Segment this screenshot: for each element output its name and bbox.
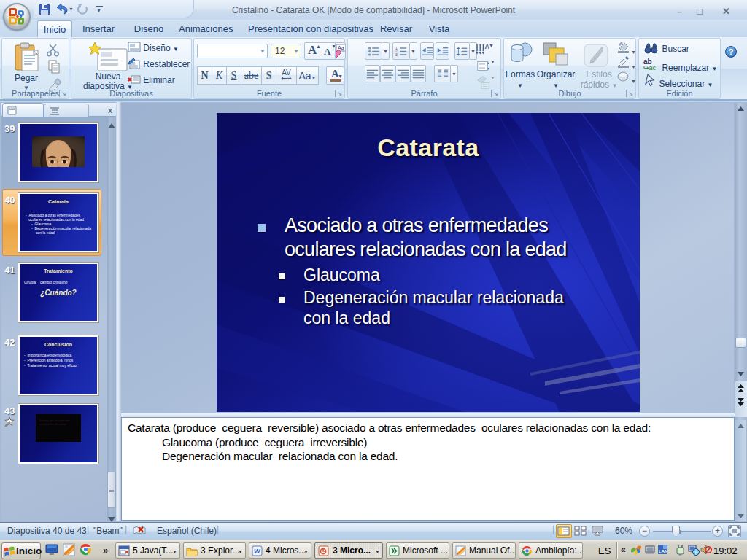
- svg-text:LAN: LAN: [659, 549, 667, 553]
- svg-text:3: 3: [395, 53, 398, 57]
- svg-text:↪ac: ↪ac: [643, 64, 657, 71]
